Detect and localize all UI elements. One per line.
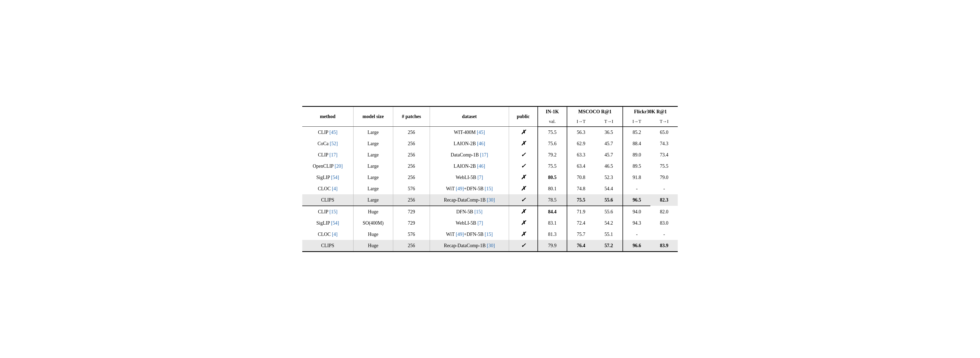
cross-icon: ✗ (521, 231, 526, 238)
method-ref: [52] (330, 141, 338, 146)
cell-mscoco-ti: 52.3 (595, 172, 623, 183)
table-row: CLIPSLarge256Recap-DataComp-1B [30]✓78.5… (302, 194, 678, 206)
subheader-mscoco-it: I→T (567, 117, 595, 127)
cell-method: CLIP [15] (302, 206, 353, 217)
cell-model-size: Large (353, 172, 393, 183)
cell-method: CLIP [17] (302, 149, 353, 160)
subheader-flickr-it: I→T (623, 117, 651, 127)
table-row: CLIP [15]Huge729DFN-5B [15]✗84.471.955.6… (302, 206, 678, 217)
cell-model-size: Huge (353, 229, 393, 240)
dataset-ref: [46] (477, 141, 485, 146)
cell-method: CLOC [4] (302, 229, 353, 240)
cross-icon: ✗ (521, 185, 526, 192)
cell-mscoco-it: 75.7 (567, 229, 595, 240)
method-ref: [4] (332, 186, 338, 191)
dataset-ref: [30] (487, 243, 495, 248)
cell-flickr-ti: 79.0 (651, 172, 678, 183)
cross-icon: ✗ (521, 174, 526, 181)
table-row: CLOC [4]Large576WiT [49]+DFN-5B [15]✗80.… (302, 183, 678, 194)
cell-in1k: 75.5 (538, 127, 567, 138)
cross-icon: ✗ (521, 140, 526, 147)
cell-model-size: Large (353, 160, 393, 172)
cell-public: ✗ (509, 172, 538, 183)
cell-public: ✗ (509, 127, 538, 138)
cell-public: ✓ (509, 149, 538, 160)
cell-in1k: 80.1 (538, 183, 567, 194)
cell-method: CLIP [45] (302, 127, 353, 138)
cell-flickr-it: 94.0 (623, 206, 651, 217)
comparison-table: method model size # patches dataset publ… (302, 106, 678, 252)
cell-patches: 576 (393, 229, 430, 240)
cell-public: ✓ (509, 194, 538, 206)
cell-patches: 256 (393, 194, 430, 206)
dataset-ref2: [15] (485, 186, 493, 191)
cell-mscoco-it: 62.9 (567, 138, 595, 149)
method-ref: [4] (332, 232, 338, 237)
cell-mscoco-ti: 55.6 (595, 206, 623, 217)
cell-model-size: Large (353, 138, 393, 149)
cell-flickr-it: - (623, 229, 651, 240)
subheader-mscoco-ti: T→I (595, 117, 623, 127)
cell-public: ✗ (509, 229, 538, 240)
cell-dataset: LAION-2B [46] (430, 138, 509, 149)
col-header-mscoco: MSCOCO R@1 (567, 106, 623, 117)
dataset-ref: [7] (477, 221, 483, 226)
cell-mscoco-ti: 36.5 (595, 127, 623, 138)
check-icon: ✓ (521, 197, 526, 203)
cell-public: ✓ (509, 240, 538, 252)
method-ref: [17] (329, 152, 337, 158)
cell-flickr-ti: - (651, 183, 678, 194)
cell-in1k: 84.4 (538, 206, 567, 217)
cell-mscoco-ti: 46.5 (595, 160, 623, 172)
table-row: SigLIP [54]SO(400M)729WebLI-5B [7]✗83.17… (302, 217, 678, 229)
cell-public: ✗ (509, 138, 538, 149)
cell-patches: 729 (393, 206, 430, 217)
cell-flickr-it: 89.0 (623, 149, 651, 160)
col-header-patches: # patches (393, 106, 430, 127)
cell-in1k: 83.1 (538, 217, 567, 229)
dataset-ref: [46] (477, 163, 485, 169)
dataset-ref: [30] (487, 197, 495, 203)
cell-dataset: WebLI-5B [7] (430, 172, 509, 183)
cell-mscoco-ti: 54.4 (595, 183, 623, 194)
cell-dataset: WIT-400M [45] (430, 127, 509, 138)
cell-patches: 256 (393, 138, 430, 149)
cell-method: CLIPS (302, 240, 353, 252)
table-container: method model size # patches dataset publ… (302, 106, 678, 252)
cell-flickr-ti: 83.0 (651, 217, 678, 229)
cell-patches: 256 (393, 160, 430, 172)
col-header-method: method (302, 106, 353, 127)
cell-flickr-ti: 65.0 (651, 127, 678, 138)
cell-dataset: Recap-DataComp-1B [30] (430, 240, 509, 252)
cell-mscoco-ti: 55.6 (595, 194, 623, 206)
cell-method: CLIPS (302, 194, 353, 206)
dataset-ref1: [49] (456, 232, 464, 237)
cell-public: ✗ (509, 206, 538, 217)
cell-flickr-it: 89.5 (623, 160, 651, 172)
cell-flickr-ti: - (651, 229, 678, 240)
cell-public: ✗ (509, 183, 538, 194)
cell-patches: 256 (393, 149, 430, 160)
dataset-ref: [45] (477, 129, 485, 135)
cell-model-size: Huge (353, 240, 393, 252)
cell-flickr-ti: 75.5 (651, 160, 678, 172)
cell-flickr-it: 96.5 (623, 194, 651, 206)
cell-mscoco-it: 70.8 (567, 172, 595, 183)
cell-mscoco-ti: 45.7 (595, 138, 623, 149)
cell-in1k: 79.9 (538, 240, 567, 252)
method-ref: [54] (331, 221, 339, 226)
cell-mscoco-ti: 57.2 (595, 240, 623, 252)
check-icon: ✓ (521, 151, 526, 158)
cell-method: CoCa [52] (302, 138, 353, 149)
cell-dataset: WiT [49]+DFN-5B [15] (430, 229, 509, 240)
table-row: CoCa [52]Large256LAION-2B [46]✗75.662.94… (302, 138, 678, 149)
table-row: CLOC [4]Huge576WiT [49]+DFN-5B [15]✗81.3… (302, 229, 678, 240)
cell-patches: 256 (393, 240, 430, 252)
cell-flickr-ti: 82.0 (651, 206, 678, 217)
cell-patches: 729 (393, 217, 430, 229)
cell-method: SigLIP [54] (302, 217, 353, 229)
col-header-public: public (509, 106, 538, 127)
cell-flickr-it: 94.3 (623, 217, 651, 229)
cell-method: CLOC [4] (302, 183, 353, 194)
cell-flickr-ti: 74.3 (651, 138, 678, 149)
